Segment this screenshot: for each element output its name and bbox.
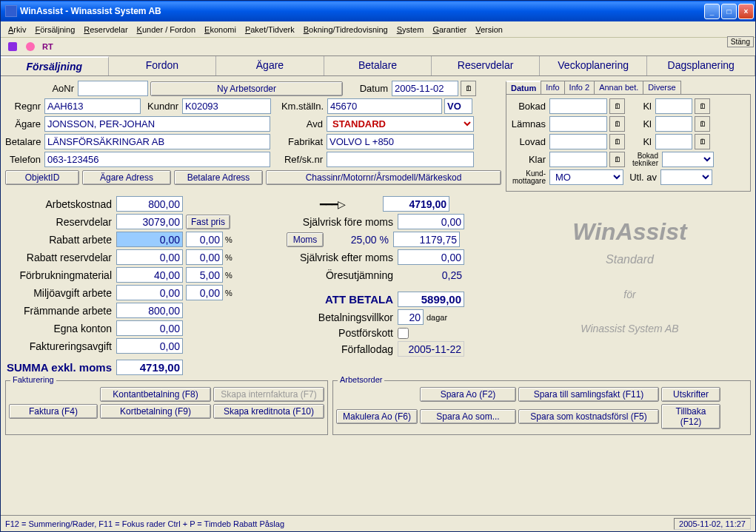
- menu-version[interactable]: Version: [471, 24, 507, 36]
- egna-input[interactable]: [116, 320, 183, 336]
- subtab-datum[interactable]: Datum: [506, 81, 541, 94]
- calendar-icon[interactable]: 🗓: [461, 81, 476, 96]
- utskrifter-button[interactable]: Utskrifter: [661, 387, 720, 402]
- kort-button[interactable]: Kortbetalning (F9): [100, 404, 211, 419]
- objektid-button[interactable]: ObjektID: [5, 170, 79, 185]
- menu-paket[interactable]: Paket/Tidverk: [241, 24, 299, 36]
- kontant-button[interactable]: Kontantbetalning (F8): [100, 387, 211, 402]
- forbruk-pct[interactable]: [186, 267, 223, 283]
- subtab-diverse[interactable]: Diverse: [643, 81, 680, 94]
- kredit-button[interactable]: Skapa kreditnota (F10): [213, 404, 324, 419]
- lovad-kl-input[interactable]: [655, 134, 692, 149]
- kundmott-select[interactable]: MO: [549, 169, 623, 185]
- moms-button[interactable]: Moms: [287, 232, 324, 247]
- toolbar-icon-1[interactable]: [7, 41, 19, 53]
- kmstalln-label: Km.ställn.: [273, 101, 325, 112]
- makulera-button[interactable]: Makulera Ao (F6): [336, 409, 418, 424]
- betalare-adress-button[interactable]: Betalare Adress: [174, 170, 263, 185]
- calendar-icon[interactable]: 🗓: [695, 116, 710, 132]
- rabatt-res-input[interactable]: [116, 249, 183, 265]
- spara-ao-button[interactable]: Spara Ao (F2): [420, 387, 516, 402]
- reservdelar-input[interactable]: [116, 214, 183, 229]
- subtab-info[interactable]: Info: [541, 81, 564, 94]
- betalare-input[interactable]: [44, 134, 270, 149]
- tab-fordon[interactable]: Fordon: [109, 56, 217, 75]
- subtab-info2[interactable]: Info 2: [564, 81, 595, 94]
- minimize-button[interactable]: _: [704, 4, 720, 19]
- menu-ekonomi[interactable]: Ekonomi: [200, 24, 241, 36]
- sjalvrisk-fore-input[interactable]: [398, 214, 464, 229]
- klar-input[interactable]: [549, 152, 607, 167]
- kl-label: Kl: [640, 101, 653, 112]
- menu-reservdelar[interactable]: Reservdelar: [79, 24, 132, 36]
- tab-agare[interactable]: Ägare: [216, 56, 324, 75]
- betvillkor-label: Betalningsvillkor: [287, 312, 398, 323]
- stang-button[interactable]: Stäng: [727, 36, 754, 47]
- rabatt-res-pct[interactable]: [186, 249, 223, 265]
- calendar-icon[interactable]: 🗓: [609, 116, 625, 132]
- lamnas-input[interactable]: [549, 116, 607, 132]
- bokad-kl-input[interactable]: [655, 98, 692, 114]
- menu-bokning[interactable]: Bokning/Tidredovisning: [299, 24, 392, 36]
- menu-forsaljning[interactable]: Försäljning: [30, 24, 79, 36]
- agare-adress-button[interactable]: Ägare Adress: [82, 170, 171, 185]
- bokad-input[interactable]: [549, 98, 607, 114]
- tab-forsaljning[interactable]: Försäljning: [1, 56, 109, 75]
- lamnas-kl-input[interactable]: [655, 116, 692, 132]
- datum-input[interactable]: [392, 81, 458, 96]
- postforskott-checkbox[interactable]: [398, 328, 409, 339]
- refsk-input[interactable]: [327, 152, 474, 167]
- sjalvrisk-efter-input[interactable]: [398, 249, 464, 265]
- aonr-input[interactable]: [78, 81, 148, 96]
- subtab-annan[interactable]: Annan bet.: [594, 81, 643, 94]
- spara-kost-button[interactable]: Spara som kostnadsförsl (F5): [518, 409, 659, 424]
- agare-input[interactable]: [44, 116, 270, 132]
- rabatt-arbete-input[interactable]: [116, 232, 183, 247]
- regnr-input[interactable]: [44, 98, 141, 114]
- intern-button[interactable]: Skapa internfaktura (F7): [213, 387, 324, 402]
- tab-betalare[interactable]: Betalare: [324, 56, 432, 75]
- moms-pct: 25,00 %: [324, 234, 393, 246]
- spara-saml-button[interactable]: Spara till samlingsfakt (F11): [518, 387, 659, 402]
- utl-av-select[interactable]: [660, 169, 712, 185]
- watermark-std: Standard: [509, 253, 751, 266]
- dagar-label: dagar: [426, 313, 447, 322]
- rabatt-arbete-pct[interactable]: [186, 232, 223, 247]
- calendar-icon[interactable]: 🗓: [695, 98, 710, 114]
- lovad-input[interactable]: [549, 134, 607, 149]
- toolbar-icon-2[interactable]: [24, 41, 36, 53]
- menu-system[interactable]: System: [392, 24, 429, 36]
- calendar-icon[interactable]: 🗓: [695, 134, 710, 149]
- arbetskostnad-input[interactable]: [116, 196, 183, 212]
- main-tabs: Försäljning Fordon Ägare Betalare Reserv…: [1, 55, 755, 76]
- faktavg-input[interactable]: [116, 338, 183, 354]
- tab-dagsplanering[interactable]: Dagsplanering: [647, 56, 755, 75]
- spara-som-button[interactable]: Spara Ao som...: [420, 409, 516, 424]
- avd-select[interactable]: STANDARD: [327, 116, 474, 132]
- menu-garantier[interactable]: Garantier: [428, 24, 471, 36]
- tillbaka-button[interactable]: Tillbaka (F12): [661, 404, 720, 429]
- fabrikat-input[interactable]: [327, 134, 474, 149]
- forbruk-input[interactable]: [116, 267, 183, 283]
- calendar-icon[interactable]: 🗓: [609, 98, 625, 114]
- frammande-input[interactable]: [116, 303, 183, 318]
- menu-kunder[interactable]: Kunder / Fordon: [133, 24, 201, 36]
- close-button[interactable]: ×: [738, 4, 754, 19]
- ny-arbetsorder-button[interactable]: Ny Arbetsorder: [150, 81, 343, 96]
- maximize-button[interactable]: □: [721, 4, 737, 19]
- tab-veckoplanering[interactable]: Veckoplanering: [540, 56, 648, 75]
- menu-arkiv[interactable]: Arkiv: [4, 24, 30, 36]
- tab-reservdelar[interactable]: Reservdelar: [432, 56, 540, 75]
- miljo-pct[interactable]: [186, 285, 223, 300]
- faktura-button[interactable]: Faktura (F4): [9, 404, 98, 419]
- bokad-tekniker-select[interactable]: [662, 152, 714, 167]
- fast-pris-button[interactable]: Fast pris: [186, 215, 230, 229]
- chassinr-button[interactable]: Chassinr/Motornr/Årsmodell/Märkeskod: [266, 170, 501, 185]
- miljo-input[interactable]: [116, 285, 183, 300]
- kmstalln-input[interactable]: [327, 98, 442, 114]
- betvillkor-input[interactable]: [398, 309, 424, 325]
- calendar-icon[interactable]: 🗓: [609, 134, 625, 149]
- kundnr-input[interactable]: [182, 98, 271, 114]
- calendar-icon[interactable]: 🗓: [609, 152, 625, 167]
- telefon-input[interactable]: [44, 152, 270, 167]
